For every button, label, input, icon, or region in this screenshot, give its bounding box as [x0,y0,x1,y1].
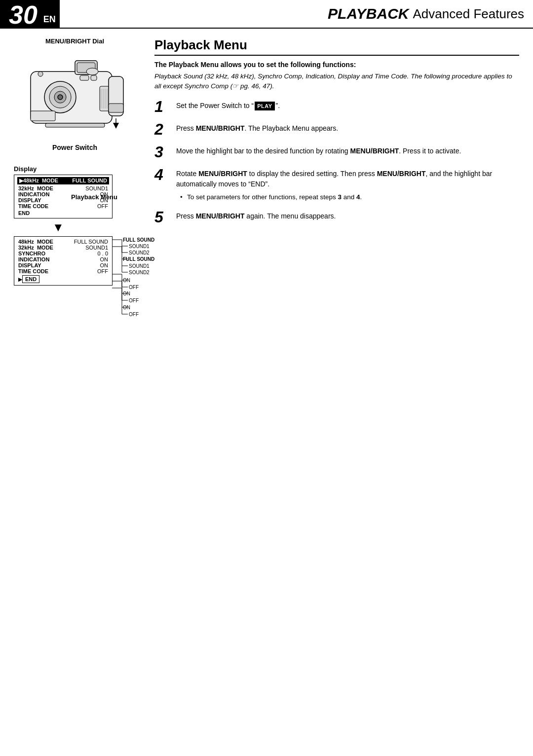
step-3: 3 Move the highlight bar to the desired … [154,144,519,160]
arrow-down-icon: ▼ [52,220,141,234]
svg-rect-12 [80,75,89,80]
menu-row-4: TIME CODE OFF [17,203,109,209]
options-lines-svg: .opt-text { font-size: 10px; font-family… [112,236,198,335]
menu-title-right: FULL SOUND [72,178,107,184]
svg-rect-19 [45,123,105,127]
page-header: 30 EN PLAYBACK Advanced Features [0,0,533,29]
svg-text:FULL SOUND: FULL SOUND [123,237,154,243]
header-advanced: Advanced Features [413,6,524,22]
header-playback: PLAYBACK [328,5,409,22]
step-2-content: Press MENU/BRIGHT. The Playback Menu app… [176,121,519,134]
menu-title-row: ▶48kHz MODE FULL SOUND [17,177,109,184]
step-3-number: 3 [154,144,173,160]
power-switch-label: Power Switch [9,144,141,151]
svg-text:OFF: OFF [129,298,139,303]
menu-box-2: 48kHz MODE FULL SOUND 32kHz MODE SOUND1 … [14,236,113,286]
step-4-content: Rotate MENU/BRIGHT to display the desire… [176,167,519,202]
svg-point-18 [86,68,98,75]
intro-italic-text: Playback Sound (32 kHz, 48 kHz), Synchro… [154,72,519,92]
svg-text:OFF: OFF [129,285,139,290]
menu-end-2: ▶END [17,275,109,283]
svg-rect-16 [31,111,55,121]
page-number: 30 [0,0,43,28]
step-2: 2 Press MENU/BRIGHT. The Playback Menu a… [154,121,519,137]
display-label: Display [14,165,141,173]
menu-box2-row-1: 48kHz MODE FULL SOUND [17,239,109,245]
step-1: 1 Set the Power Switch to “PLAY”. [154,99,519,114]
main-content: MENU/BRIGHT Dial [0,29,533,286]
menu-box-2-area: 48kHz MODE FULL SOUND 32kHz MODE SOUND1 … [14,236,141,286]
steps-container: 1 Set the Power Switch to “PLAY”. 2 Pres… [154,99,519,225]
svg-rect-13 [91,75,97,80]
menu-box2-row-3: SYNCHRO 0 . 0 [17,251,109,256]
step-1-content: Set the Power Switch to “PLAY”. [176,99,519,111]
play-badge: PLAY [255,102,274,111]
step-5: 5 Press MENU/BRIGHT again. The menu disa… [154,209,519,225]
page-title: Playback Menu [154,37,519,56]
step-1-number: 1 [154,99,173,114]
svg-text:SOUND1: SOUND1 [129,244,150,249]
menu-row-1: 32kHz MODE SOUND1 [17,185,109,191]
step-4: 4 Rotate MENU/BRIGHT to display the desi… [154,167,519,202]
right-column: Playback Menu The Playback Menu allows y… [146,29,533,286]
step-5-number: 5 [154,209,173,225]
menu-box2-row-6: TIME CODE OFF [17,268,109,274]
menu-box2-row-4: INDICATION ON [17,256,109,262]
svg-text:SOUND1: SOUND1 [129,263,150,269]
svg-rect-15 [109,104,123,112]
svg-point-17 [38,72,43,76]
svg-text:SOUND2: SOUND2 [129,250,150,255]
svg-text:SOUND2: SOUND2 [129,270,150,275]
menu-title-left: ▶48kHz MODE [19,178,58,184]
menu-box2-row-2: 32kHz MODE SOUND1 [17,245,109,251]
menu-end-1: END [17,210,109,216]
menu-bright-dial-label: MENU/BRIGHT Dial [9,37,141,45]
step-5-content: Press MENU/BRIGHT again. The menu disapp… [176,209,519,221]
header-title-area: PLAYBACK Advanced Features [60,0,533,28]
left-column: MENU/BRIGHT Dial [0,29,146,286]
svg-text:OFF: OFF [129,312,139,317]
camera-illustration [16,47,134,141]
intro-bold-text: The Playback Menu allows you to set the … [154,61,519,69]
step-4-bullets: To set parameters for other functions, r… [180,192,519,202]
svg-point-4 [58,95,63,100]
step-4-number: 4 [154,167,173,182]
page-en: EN [43,0,60,28]
playback-menu-label: Playback Menu [71,193,117,200]
menu-box2-row-5: DISPLAY ON [17,262,109,268]
step-3-content: Move the highlight bar to the desired fu… [176,144,519,156]
bullet-1: To set parameters for other functions, r… [180,192,519,202]
step-2-number: 2 [154,121,173,137]
